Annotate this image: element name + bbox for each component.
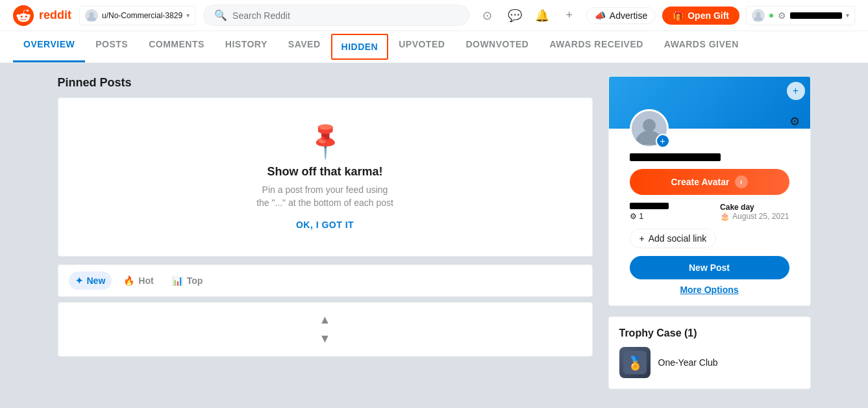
tab-awards-received[interactable]: AWARDS RECEIVED: [539, 31, 653, 62]
cake-icon: 🎂: [720, 212, 730, 221]
right-column: + + ⚙: [608, 76, 811, 389]
tab-history[interactable]: HISTORY: [215, 31, 278, 62]
user-dropdown[interactable]: u/No-Commercial-3829 ▾: [79, 6, 195, 25]
add-social-link-button[interactable]: + Add social link: [630, 229, 717, 248]
karma-count: ⚙ 1: [630, 212, 669, 221]
tab-hidden[interactable]: HIDDEN: [331, 34, 389, 60]
header: reddit u/No-Commercial-3829 ▾ 🔍 ⊙ 💬 🔔 + …: [0, 0, 868, 31]
tab-posts[interactable]: POSTS: [85, 31, 138, 62]
search-bar[interactable]: 🔍: [203, 5, 469, 26]
advertise-button[interactable]: 📣 Advertise: [586, 7, 656, 24]
trophy-name: One-Year Club: [658, 357, 718, 368]
profile-card: + + ⚙: [608, 76, 811, 306]
create-avatar-label: Create Avatar: [671, 177, 729, 187]
karma-gear-icon: ⚙: [630, 212, 637, 221]
left-column: Pinned Posts 📌 Show off that karma! Pin …: [58, 76, 593, 389]
trophy-case-title: Trophy Case (1): [619, 327, 800, 339]
profile-avatar-icon: [752, 9, 765, 22]
cakeday-label: Cake day: [720, 203, 789, 212]
reddit-wordmark: reddit: [39, 8, 71, 22]
user-avatar-small: [85, 9, 98, 22]
hot-sort-icon: 🔥: [123, 275, 134, 286]
add-banner-button[interactable]: +: [787, 82, 805, 100]
profile-button[interactable]: ⚙ ▾: [746, 6, 855, 25]
trophy-item: 🏅 One-Year Club: [619, 347, 800, 378]
plus-button[interactable]: +: [559, 5, 580, 26]
reddit-logo-icon: [13, 5, 34, 26]
gift-icon: 🎁: [673, 10, 684, 21]
tab-saved[interactable]: SAVED: [278, 31, 331, 62]
reddit-logo-link[interactable]: reddit: [13, 5, 71, 26]
pinned-posts-title: Pinned Posts: [58, 76, 593, 90]
one-year-club-trophy-icon: 🏅: [623, 351, 647, 374]
username-redacted-header: [790, 12, 842, 19]
tab-comments[interactable]: COMMENTS: [138, 31, 215, 62]
svg-text:🏅: 🏅: [626, 355, 643, 371]
chevron-down-icon: ▾: [186, 12, 190, 19]
karma-label-redacted: [630, 203, 669, 209]
pinned-card-description: Pin a post from your feed using the "...…: [71, 184, 579, 209]
advertise-label: Advertise: [610, 10, 647, 21]
cakeday-section: Cake day 🎂 August 25, 2021: [720, 203, 789, 221]
new-post-label: New Post: [689, 262, 730, 273]
trending-button[interactable]: ⊙: [477, 5, 498, 26]
online-status-dot: [769, 13, 774, 18]
tab-overview[interactable]: OVERVIEW: [13, 31, 85, 62]
search-input[interactable]: [232, 10, 458, 21]
add-avatar-button[interactable]: +: [656, 134, 670, 148]
chat-button[interactable]: 💬: [504, 5, 525, 26]
upvote-arrow[interactable]: ▲: [319, 313, 331, 327]
sort-new-button[interactable]: ✦ New: [69, 272, 112, 290]
open-gift-label: Open Gift: [688, 10, 729, 21]
sort-bar: ✦ New 🔥 Hot 📊 Top: [58, 264, 593, 297]
karma-number: 1: [639, 212, 644, 221]
username-redacted-bar: [630, 153, 721, 161]
create-avatar-arrow-icon: ›: [735, 175, 748, 188]
new-post-button[interactable]: New Post: [630, 256, 789, 279]
trophy-case-card: Trophy Case (1) 🏅 One-Year Club: [608, 316, 811, 389]
settings-icon-wrapper: ⚙: [789, 114, 800, 129]
sort-hot-button[interactable]: 🔥 Hot: [117, 272, 160, 290]
karma-section: ⚙ 1: [630, 203, 669, 221]
new-sort-icon: ✦: [75, 275, 83, 286]
user-dropdown-username: u/No-Commercial-3829: [102, 11, 182, 20]
header-icons: ⊙ 💬 🔔 + 📣 Advertise 🎁 Open Gift ⚙ ▾: [477, 5, 855, 26]
cakeday-date-text: August 25, 2021: [732, 212, 789, 221]
open-gift-button[interactable]: 🎁 Open Gift: [662, 6, 739, 25]
search-icon: 🔍: [214, 9, 227, 21]
sort-new-label: New: [87, 275, 106, 286]
profile-info: Create Avatar › ⚙ 1 Cake day: [619, 153, 800, 305]
svg-point-4: [756, 12, 761, 16]
pinned-card-title: Show off that karma!: [71, 165, 579, 179]
ok-got-it-link[interactable]: OK, I GOT IT: [296, 220, 354, 230]
plus-social-icon: +: [639, 233, 645, 244]
settings-icon[interactable]: ⚙: [789, 115, 800, 128]
profile-avatar-area: +: [630, 109, 800, 148]
create-avatar-button[interactable]: Create Avatar ›: [630, 169, 789, 195]
cakeday-date: 🎂 August 25, 2021: [720, 212, 789, 221]
notifications-button[interactable]: 🔔: [532, 5, 552, 26]
svg-point-2: [90, 12, 94, 16]
tab-awards-given[interactable]: AWARDS GIVEN: [654, 31, 749, 62]
gear-icon: ⚙: [778, 10, 786, 21]
trophy-icon: 🏅: [619, 347, 651, 378]
megaphone-icon: 📣: [595, 10, 606, 21]
add-social-label: Add social link: [649, 233, 707, 244]
downvote-arrow[interactable]: ▼: [319, 332, 331, 346]
profile-chevron-icon: ▾: [846, 12, 849, 19]
karma-row: ⚙ 1 Cake day 🎂 August 25, 2021: [630, 203, 789, 221]
sort-hot-label: Hot: [138, 275, 153, 286]
more-options-link[interactable]: More Options: [630, 285, 789, 295]
main-content: Pinned Posts 📌 Show off that karma! Pin …: [45, 76, 824, 389]
pinned-posts-card: 📌 Show off that karma! Pin a post from y…: [58, 97, 593, 257]
tab-downvoted[interactable]: DOWNVOTED: [455, 31, 539, 62]
svg-point-6: [643, 119, 656, 132]
